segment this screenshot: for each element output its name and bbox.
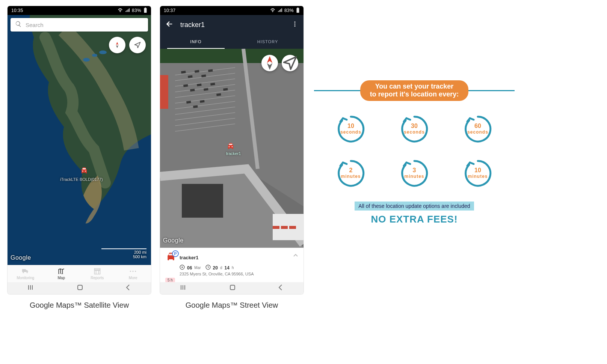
android-nav: [160, 282, 304, 294]
tracker-label: iTrackLTE BOLD(0177): [60, 177, 103, 182]
dur-hours-unit: h: [232, 266, 234, 270]
nav-monitoring[interactable]: Monitoring: [8, 265, 44, 282]
tracker-name: tracker1: [180, 255, 199, 260]
android-recent-icon[interactable]: [28, 285, 35, 292]
interval-unit: minutes: [328, 174, 373, 179]
compass-button[interactable]: [109, 37, 125, 53]
wifi-icon: [270, 8, 275, 13]
aerial-map[interactable]: tracker1 Google: [160, 49, 304, 248]
tracker-avatar: P: [165, 252, 177, 263]
tracker-map-label: tracker1: [226, 151, 241, 156]
phone-satellite-view: 10:35 83%: [8, 6, 151, 294]
status-battery: 83%: [132, 8, 141, 13]
promo-shout: NO EXTRA FEES!: [315, 214, 514, 225]
android-back-icon[interactable]: [125, 284, 130, 292]
interval-option: 10minutes: [455, 156, 500, 192]
signal-icon: [278, 8, 282, 13]
android-back-icon[interactable]: [278, 284, 283, 292]
tracker-info-card[interactable]: P tracker1 06 Mar 20 d 14 h 2325 Myers S…: [160, 248, 304, 282]
svg-point-4: [82, 171, 83, 172]
search-icon: [15, 21, 22, 29]
back-icon[interactable]: [165, 20, 174, 30]
android-home-icon[interactable]: [229, 284, 236, 292]
play-icon: [180, 265, 185, 271]
promo-headline: You can set your tracker to report it's …: [360, 80, 468, 101]
interval-unit: minutes: [392, 174, 437, 179]
interval-number: 10: [328, 123, 373, 129]
android-home-icon[interactable]: [77, 284, 83, 292]
search-input[interactable]: Search: [11, 18, 148, 32]
nav-label: Map: [58, 276, 65, 280]
scale-bar: 200 mi 500 km: [101, 248, 146, 259]
status-time: 10:37: [164, 8, 176, 13]
svg-point-12: [294, 24, 296, 25]
svg-point-40: [231, 146, 233, 147]
svg-rect-10: [78, 285, 82, 290]
svg-point-13: [294, 26, 296, 27]
interval-number: 3: [392, 167, 437, 174]
scale-bottom: 500 km: [101, 254, 146, 259]
phone-street-view: 10:37 83% tracker1 INFO HISTORY: [160, 6, 304, 294]
locate-button[interactable]: [129, 37, 146, 53]
svg-point-11: [294, 21, 296, 23]
svg-point-8: [133, 271, 134, 272]
svg-point-1: [83, 58, 90, 62]
nav-map[interactable]: Map: [44, 265, 80, 282]
interval-option: 60seconds: [455, 112, 500, 147]
interval-number: 30: [392, 123, 437, 129]
more-icon: [129, 268, 137, 275]
compass-button[interactable]: [261, 55, 278, 71]
status-time: 10:35: [11, 8, 23, 13]
date-number: 06: [187, 265, 192, 271]
tab-info[interactable]: INFO: [160, 35, 232, 49]
interval-unit: seconds: [455, 129, 500, 135]
parking-badge: P: [172, 250, 179, 257]
android-nav: [8, 282, 151, 294]
search-placeholder: Search: [26, 22, 44, 28]
promo-subtext: All of these location update options are…: [355, 202, 474, 211]
dur-hours: 14: [225, 265, 230, 271]
svg-point-3: [99, 50, 107, 54]
map-icon: [57, 268, 65, 275]
svg-rect-35: [160, 75, 168, 109]
dur-days-unit: d: [220, 266, 222, 270]
svg-rect-33: [182, 184, 223, 218]
interval-option: 2minutes: [328, 156, 373, 192]
svg-point-9: [135, 271, 136, 272]
overflow-icon[interactable]: [291, 21, 298, 29]
svg-point-2: [92, 54, 97, 57]
tab-history[interactable]: HISTORY: [232, 35, 304, 49]
promo-panel: You can set your tracker to report it's …: [315, 80, 514, 225]
svg-rect-6: [83, 168, 86, 170]
tracker-header: tracker1 INFO HISTORY: [160, 15, 304, 49]
interval-number: 10: [455, 167, 500, 174]
nav-reports[interactable]: Reports: [79, 265, 115, 282]
bottom-nav: Monitoring Map Reports More: [8, 265, 151, 282]
interval-option: 30seconds: [392, 112, 437, 147]
nav-label: Reports: [91, 276, 104, 280]
tracker-pin[interactable]: tracker1: [226, 142, 235, 151]
tracker-pin[interactable]: [80, 167, 89, 176]
svg-point-7: [130, 271, 131, 272]
status-bar: 10:37 83%: [160, 6, 304, 15]
nav-label: Monitoring: [17, 276, 34, 280]
interval-unit: minutes: [455, 174, 500, 179]
caption-street: Google Maps™ Street View: [160, 301, 304, 310]
locate-button[interactable]: [282, 55, 298, 71]
nav-more[interactable]: More: [115, 265, 151, 282]
svg-rect-36: [273, 226, 279, 229]
chevron-up-icon[interactable]: [293, 252, 298, 259]
android-recent-icon[interactable]: [181, 285, 187, 292]
caption-satellite: Google Maps™ Satellite View: [8, 301, 151, 310]
wifi-icon: [118, 8, 123, 13]
scale-top: 200 mi: [101, 250, 146, 254]
promo-headline-l2: to report it's location every:: [370, 90, 459, 98]
tracker-title: tracker1: [180, 21, 291, 29]
interval-option: 10seconds: [328, 112, 373, 147]
interval-number: 60: [455, 123, 500, 129]
date-unit: Mar: [194, 266, 201, 270]
google-logo: Google: [11, 254, 31, 261]
clock-icon: [205, 265, 211, 271]
dur-days: 20: [213, 265, 218, 271]
svg-rect-45: [230, 285, 235, 290]
